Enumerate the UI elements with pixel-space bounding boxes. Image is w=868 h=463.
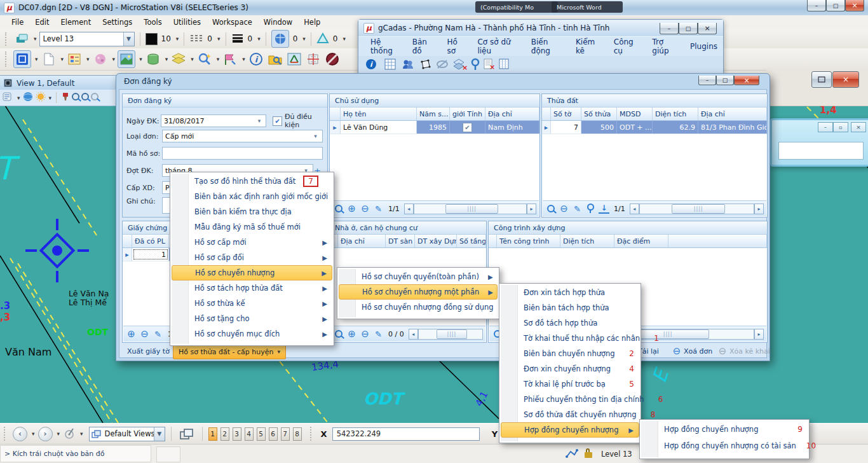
saved-views-combobox[interactable]: Default Views ▼ bbox=[89, 427, 165, 441]
menu-element[interactable]: Element bbox=[56, 17, 97, 28]
du-dieu-kien-checkbox[interactable] bbox=[273, 116, 282, 126]
view-toggle-5[interactable]: 5 bbox=[257, 427, 266, 441]
edit-record-icon[interactable] bbox=[153, 329, 163, 340]
floating-toolbox[interactable]: – ▫ × bbox=[770, 118, 868, 167]
remove-record-icon[interactable] bbox=[139, 329, 150, 340]
col-so-to[interactable]: Số tờ bbox=[551, 107, 581, 120]
chevron-down-icon[interactable]: ▾ bbox=[165, 56, 168, 62]
levels-icon[interactable] bbox=[170, 51, 187, 67]
view-toggle-2[interactable]: 2 bbox=[220, 427, 229, 441]
active-level-icon[interactable] bbox=[13, 31, 30, 47]
col-dac-diem[interactable]: Đặc điểm bbox=[614, 235, 668, 247]
view-brightness-icon[interactable] bbox=[36, 92, 46, 104]
menu-item-dong-su-dung[interactable]: Hồ sơ chuyển nhượng đồng sử dụng▶ bbox=[339, 300, 498, 315]
ma-ho-so-input[interactable] bbox=[162, 147, 323, 160]
cell-mdsd[interactable]: ODT + ... bbox=[617, 121, 653, 134]
locate-parcel-icon[interactable] bbox=[585, 204, 596, 214]
menu-item-bien-ban-tach-hop[interactable]: Biên bản tách hợp thửa bbox=[501, 300, 639, 315]
scroll-thumb[interactable] bbox=[445, 204, 498, 214]
view-toggle-3[interactable]: 3 bbox=[233, 427, 241, 441]
gcadas-menu-plugins[interactable]: Plugins bbox=[684, 40, 723, 53]
cell-dia-chi[interactable]: 81/3 Phan Đình Giót, K bbox=[698, 121, 767, 134]
search-icon[interactable] bbox=[333, 329, 344, 340]
grid-lock-icon[interactable] bbox=[305, 51, 322, 67]
menu-item-ho-so-cap-moi[interactable]: Hồ sơ cấp mới▶ bbox=[172, 235, 332, 250]
add-record-icon[interactable] bbox=[126, 329, 137, 340]
references-icon[interactable] bbox=[66, 51, 83, 67]
gcadas-menu-csdl[interactable]: Cơ sở dữ liệu bbox=[471, 36, 524, 57]
toolbar-grip[interactable] bbox=[5, 52, 9, 67]
menu-item-don-xin-tach-hop[interactable]: Đơn xin tách hợp thửa bbox=[501, 285, 639, 300]
gcadas-toolbar[interactable]: i × × bbox=[358, 56, 723, 73]
x-coordinate-input[interactable]: 542322.249 bbox=[332, 427, 480, 441]
scroll-left-icon[interactable]: ◂ bbox=[630, 204, 639, 214]
cell-dien-tich[interactable]: 62.9 bbox=[653, 121, 698, 134]
gcadas-menu-cong-cu[interactable]: Công cụ bbox=[608, 36, 646, 57]
raster-manager-icon[interactable] bbox=[118, 50, 135, 68]
menu-item-ho-so-cap-doi[interactable]: Hồ sơ cấp đổi▶ bbox=[172, 250, 332, 265]
point-cloud-icon[interactable] bbox=[92, 51, 109, 67]
minimize-button[interactable] bbox=[660, 23, 679, 34]
close-button[interactable] bbox=[698, 23, 717, 34]
chevron-down-icon[interactable]: ▾ bbox=[32, 431, 35, 437]
col-dien-tich[interactable]: Diện tích bbox=[653, 107, 698, 120]
menu-item-hop-dong-chuyen-nhuong[interactable]: Hợp đồng chuyển nhượng▶ bbox=[501, 422, 639, 438]
explorer-search-icon[interactable] bbox=[267, 51, 283, 67]
toolbox-input[interactable] bbox=[778, 142, 864, 160]
menu-item-chuyen-nhuong-mot-phan[interactable]: Hồ sơ chuyển nhượng một phần▶ bbox=[339, 284, 498, 300]
gcadas-menu-he-thong[interactable]: Hệ thống bbox=[365, 36, 405, 57]
view-attributes-icon[interactable] bbox=[3, 92, 14, 104]
col-ho-ten[interactable]: Họ tên bbox=[341, 107, 417, 120]
menu-item-so-do-tach-hop[interactable]: Sơ đồ tách hợp thửa bbox=[501, 315, 639, 331]
chevron-down-icon[interactable]: ▾ bbox=[35, 56, 38, 62]
zoom-in-ic[interactable] bbox=[72, 93, 79, 102]
minimize-button[interactable] bbox=[807, 0, 826, 11]
col-da-co-pl[interactable]: Đã có PL bbox=[132, 235, 169, 247]
view-toggle-4[interactable]: 4 bbox=[245, 427, 254, 441]
view-toggle-8[interactable]: 8 bbox=[293, 427, 302, 441]
scroll-right-icon[interactable]: ▸ bbox=[754, 329, 764, 340]
menu-item-mau-dang-ky-thue[interactable]: Mẫu đăng ký mã số thuế mới bbox=[172, 219, 332, 235]
menu-item-bien-ban-ranh-gioi[interactable]: Biên bản xác định ranh giới mốc giới bbox=[172, 189, 332, 204]
fragment-close-button[interactable]: × bbox=[832, 71, 859, 88]
view-display-style-icon[interactable] bbox=[22, 91, 34, 104]
chevron-down-icon[interactable]: ▾ bbox=[191, 56, 194, 62]
chevron-down-icon[interactable]: ▾ bbox=[176, 36, 179, 42]
scroll-track[interactable] bbox=[639, 204, 754, 214]
cell-gioi-tinh[interactable] bbox=[450, 121, 485, 134]
chevron-down-icon[interactable]: ▾ bbox=[86, 56, 90, 62]
background-window-compatibility[interactable]: (Compatibility Mo bbox=[475, 1, 558, 13]
chevron-down-icon[interactable]: ▾ bbox=[242, 56, 245, 62]
chevron-down-icon[interactable]: ▾ bbox=[255, 118, 263, 124]
lock-icon[interactable] bbox=[585, 452, 592, 458]
table-row[interactable]: ▸ 7 500 ODT + ... 62.9 81/3 Phan Đình Gi… bbox=[542, 121, 767, 134]
menu-item-to-khai-thue[interactable]: Tờ khai thuế thu nhập các nhân1 bbox=[501, 331, 639, 346]
view-rotation-icon[interactable] bbox=[63, 427, 76, 441]
add-record-icon[interactable] bbox=[346, 204, 357, 214]
view-groups-icon[interactable] bbox=[177, 426, 196, 441]
snap-mode-icon[interactable] bbox=[566, 448, 578, 460]
chevron-down-icon[interactable]: ▾ bbox=[139, 56, 142, 62]
menu-utilities[interactable]: Utilities bbox=[168, 17, 206, 28]
ngay-dk-input[interactable]: 31/08/2017▾ bbox=[161, 114, 266, 127]
scroll-left-icon[interactable]: ◂ bbox=[404, 204, 414, 214]
chevron-down-icon[interactable]: ▼ bbox=[123, 32, 134, 46]
view-toggle-1[interactable]: 1 bbox=[208, 427, 217, 441]
col-nam-sinh[interactable]: Năm s... bbox=[417, 107, 450, 120]
col-dt-san[interactable]: DT sàn bbox=[386, 235, 415, 247]
zoom-tools-icon[interactable] bbox=[196, 51, 213, 67]
col-so-thua[interactable]: Số thửa bbox=[581, 107, 617, 120]
menu-edit[interactable]: Edit bbox=[30, 17, 54, 28]
col-ten-cong-trinh[interactable]: Tên công trình bbox=[497, 235, 560, 247]
col-mdsd[interactable]: MDSD bbox=[617, 107, 653, 120]
chevron-down-icon[interactable]: ▾ bbox=[34, 36, 37, 42]
transparency-icon[interactable] bbox=[316, 32, 329, 46]
microstation-titlebar[interactable]: µ DC07.dgn [2D - V8 DGN] - MicroStation … bbox=[0, 0, 868, 16]
search-icon[interactable] bbox=[545, 204, 556, 214]
col-so-tang[interactable]: Số tầng bbox=[457, 235, 486, 247]
menu-item-hop-dong-tai-san[interactable]: Hợp đồng chuyển nhượng có tài sản10 bbox=[641, 438, 808, 454]
cell-dia-chi[interactable]: Nam Định bbox=[485, 121, 539, 134]
edit-record-icon[interactable] bbox=[373, 204, 384, 214]
toolbar-grip[interactable] bbox=[310, 427, 314, 441]
close-button[interactable]: × bbox=[851, 122, 866, 132]
